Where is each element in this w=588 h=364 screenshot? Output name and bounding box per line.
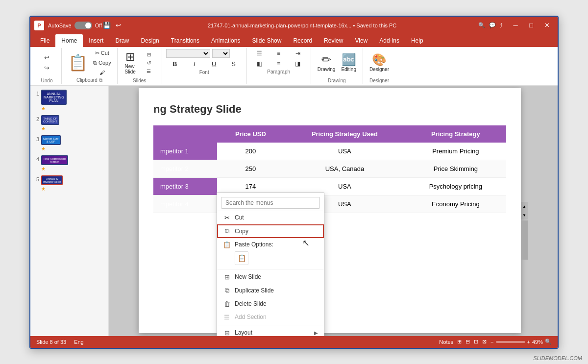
strategy-cell: Price Skimming bbox=[405, 160, 506, 178]
reading-view-icon[interactable]: ⊡ bbox=[474, 339, 478, 345]
ctx-new-slide[interactable]: ⊞ New Slide bbox=[217, 270, 324, 284]
copy-button[interactable]: ⧉ Copy bbox=[91, 59, 113, 67]
zoom-fit-icon[interactable]: 🔍 bbox=[545, 339, 552, 345]
search-icon[interactable]: 🔍 bbox=[478, 22, 485, 28]
tab-addins[interactable]: Add-ins bbox=[373, 34, 405, 47]
scroll-up-button[interactable]: ▲ bbox=[521, 202, 528, 211]
ctx-layout-label: Layout bbox=[235, 329, 252, 336]
redo-button[interactable]: ↪ bbox=[42, 63, 51, 73]
close-button[interactable]: ✕ bbox=[540, 20, 554, 31]
paste-icon-1[interactable]: 📋 bbox=[235, 251, 248, 265]
zoom-out-icon[interactable]: − bbox=[490, 339, 493, 345]
italic-button[interactable]: I bbox=[186, 59, 203, 69]
designer-button[interactable]: 🎨 Designer bbox=[367, 52, 392, 73]
copy-icon: ⧉ bbox=[223, 227, 231, 235]
scroll-down-button[interactable]: ▼ bbox=[521, 211, 528, 219]
bold-button[interactable]: B bbox=[166, 59, 184, 69]
autosave-toggle[interactable] bbox=[74, 22, 92, 29]
tab-home[interactable]: Home bbox=[55, 34, 83, 47]
ctx-delete-slide[interactable]: 🗑 Delete Slide bbox=[217, 297, 324, 311]
paragraph-controls: ☰ ≡ ⇥ ◧ ≡ ◨ bbox=[251, 49, 307, 68]
minimize-button[interactable]: ─ bbox=[509, 20, 522, 31]
ribbon-group-paragraph: ☰ ≡ ⇥ ◧ ≡ ◨ Paragraph bbox=[247, 48, 311, 84]
layout-button[interactable]: ⊟ bbox=[140, 51, 158, 58]
slide-thumb-4: 4 Total AddressableMarket ★ bbox=[32, 155, 106, 171]
window-controls: 🔍 💬 ⤴ ─ □ ✕ bbox=[478, 20, 554, 31]
numbering-button[interactable]: ≡ bbox=[270, 49, 288, 58]
cut-button[interactable]: ✂ Cut bbox=[91, 49, 113, 57]
tab-view[interactable]: View bbox=[349, 34, 373, 47]
tab-animations[interactable]: Animations bbox=[205, 34, 246, 47]
align-center-button[interactable]: ≡ bbox=[270, 59, 288, 68]
tab-draw[interactable]: Draw bbox=[109, 34, 135, 47]
table-row: mpetitor 1 200 USA Premium Pricing bbox=[153, 143, 506, 160]
reset-button[interactable]: ↺ bbox=[140, 59, 158, 67]
autosave-section: AutoSave Off bbox=[48, 22, 102, 29]
bullets-button[interactable]: ☰ bbox=[251, 49, 269, 58]
clipboard-expand-icon[interactable]: ⧉ bbox=[99, 77, 102, 83]
ctx-divider-1 bbox=[217, 269, 324, 269]
tab-slideshow[interactable]: Slide Show bbox=[246, 34, 287, 47]
slide-1-thumbnail[interactable]: ANNUALMARKETINGPLAN bbox=[41, 90, 67, 105]
slide-thumb-2: 2 TABLE OFCONTENT ★ bbox=[32, 115, 106, 131]
zoom-slider[interactable] bbox=[496, 341, 525, 343]
new-slide-button[interactable]: ⊞ NewSlide bbox=[122, 49, 139, 76]
normal-view-icon[interactable]: ⊞ bbox=[457, 339, 462, 345]
format-painter-button[interactable]: 🖌 bbox=[91, 69, 113, 76]
align-right-button[interactable]: ◨ bbox=[289, 59, 307, 68]
presenter-view-icon[interactable]: ⊠ bbox=[482, 339, 487, 345]
tab-help[interactable]: Help bbox=[405, 34, 429, 47]
strikethrough-button[interactable]: S bbox=[225, 59, 243, 69]
filename: 21747-01-annual-marketing-plan-powerpoin… bbox=[126, 23, 478, 28]
undo-icon[interactable]: ↩ bbox=[115, 21, 122, 30]
paste-button[interactable]: 📋 bbox=[66, 53, 90, 72]
slides-buttons: ⊞ NewSlide ⊟ ↺ ☰ bbox=[122, 49, 158, 77]
slide-panel[interactable]: 1 ANNUALMARKETINGPLAN ★ 2 TABLE OFCONTEN… bbox=[30, 86, 109, 336]
tab-transitions[interactable]: Transitions bbox=[165, 34, 205, 47]
slide-thumb-3: 3 Market Size& USP ★ bbox=[32, 135, 106, 151]
indent-button[interactable]: ⇥ bbox=[289, 49, 307, 58]
share-icon[interactable]: ⤴ bbox=[500, 23, 503, 28]
ctx-copy[interactable]: ⧉ Copy bbox=[217, 224, 324, 238]
comment-icon[interactable]: 💬 bbox=[489, 22, 496, 28]
underline-button[interactable]: U bbox=[205, 59, 223, 69]
language-indicator: Eng bbox=[74, 339, 84, 345]
scroll-thumb[interactable] bbox=[521, 220, 528, 260]
undo-button[interactable]: ↩ bbox=[42, 53, 51, 62]
tab-record[interactable]: Record bbox=[287, 34, 318, 47]
search-input[interactable] bbox=[221, 197, 320, 209]
ribbon-group-undo: ↩ ↪ Undo bbox=[32, 48, 62, 84]
zoom-in-icon[interactable]: + bbox=[527, 339, 530, 345]
drawing-button[interactable]: ✏ Drawing bbox=[315, 52, 338, 73]
slide-4-thumbnail[interactable]: Total AddressableMarket bbox=[41, 155, 68, 165]
slide-3-thumbnail[interactable]: Market Size& USP bbox=[41, 135, 61, 145]
drawing-icon: ✏ bbox=[321, 54, 331, 66]
title-bar: P AutoSave Off 💾 ↩ 21747-01-annual-marke… bbox=[30, 17, 558, 34]
font-family-select[interactable] bbox=[166, 49, 210, 58]
slides-group-label: Slides bbox=[133, 78, 146, 83]
tab-insert[interactable]: Insert bbox=[83, 34, 109, 47]
ctx-duplicate-slide[interactable]: ⧉ Duplicate Slide bbox=[217, 284, 324, 297]
tab-design[interactable]: Design bbox=[135, 34, 165, 47]
section-button[interactable]: ☰ bbox=[140, 68, 158, 75]
slide-sorter-icon[interactable]: ⊟ bbox=[466, 339, 470, 345]
ctx-cut[interactable]: ✂ Cut bbox=[217, 211, 324, 224]
table-header-strategy-used: Pricing Strategy Used bbox=[284, 125, 405, 143]
notes-button[interactable]: Notes bbox=[439, 339, 453, 345]
save-icon[interactable]: 💾 bbox=[102, 21, 112, 30]
layout-icon: ⊟ bbox=[223, 329, 231, 336]
tab-file[interactable]: File bbox=[34, 34, 55, 47]
table-header-price: Price USD bbox=[217, 125, 284, 143]
ctx-layout[interactable]: ⊟ Layout ▶ bbox=[217, 326, 324, 336]
slide-view[interactable]: ng Strategy Slide Price USD Pricing Stra… bbox=[139, 88, 521, 333]
align-left-button[interactable]: ◧ bbox=[251, 59, 269, 68]
tab-review[interactable]: Review bbox=[318, 34, 349, 47]
maximize-button[interactable]: □ bbox=[524, 20, 538, 31]
slide-2-thumbnail[interactable]: TABLE OFCONTENT bbox=[41, 115, 59, 125]
editing-button[interactable]: 🔤 Editing bbox=[339, 52, 359, 73]
font-size-select[interactable] bbox=[212, 49, 230, 58]
slide-5-thumbnail[interactable]: Annual &Investor Slide bbox=[41, 175, 63, 185]
duplicate-icon: ⧉ bbox=[223, 287, 231, 294]
ribbon-content: ↩ ↪ Undo 📋 ✂ Cut bbox=[30, 47, 558, 85]
scrollbar-right[interactable]: ▲ ▼ bbox=[521, 202, 528, 219]
